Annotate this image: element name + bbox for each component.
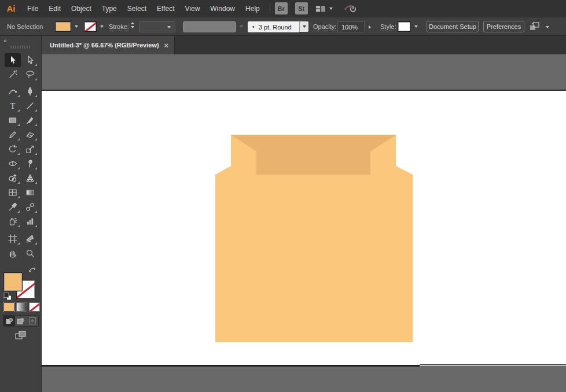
slice-tool[interactable]: [22, 232, 38, 246]
paintbrush-tool[interactable]: [22, 113, 38, 127]
workspace-switcher-icon[interactable]: [315, 4, 326, 13]
draw-behind-button[interactable]: [15, 316, 27, 326]
menu-help[interactable]: Help: [240, 0, 265, 17]
curvature-tool[interactable]: [5, 84, 21, 98]
menu-divider: [270, 4, 270, 13]
swap-fill-stroke-icon[interactable]: [28, 266, 37, 276]
zoom-tool[interactable]: [22, 246, 38, 260]
mesh-tool[interactable]: [5, 186, 21, 199]
document-tab[interactable]: Untitled-3* @ 66.67% (RGB/Preview) ×: [42, 36, 175, 54]
artboard-bottom-edge-right: [420, 364, 566, 365]
stroke-color-swatch[interactable]: [84, 21, 97, 32]
menu-bar: Ai File Edit Object Type Select Effect V…: [0, 0, 566, 17]
menu-object[interactable]: Object: [66, 0, 97, 17]
menu-edit[interactable]: Edit: [43, 0, 66, 17]
artboard-tool[interactable]: [5, 232, 21, 246]
artboard-bottom-edge: [42, 365, 420, 367]
menu-type[interactable]: Type: [97, 0, 122, 17]
brush-preview-dropdown: [183, 21, 236, 32]
stroke-weight-stepper[interactable]: [131, 22, 134, 28]
menu-file[interactable]: File: [22, 0, 43, 17]
default-fill-stroke-icon[interactable]: [3, 292, 12, 303]
brush-definition-chevron-icon[interactable]: [299, 21, 308, 32]
draw-normal-button[interactable]: [3, 316, 15, 326]
puppet-pin-tool[interactable]: [22, 157, 38, 171]
type-tool[interactable]: T: [5, 99, 21, 113]
shape-builder-tool[interactable]: [5, 171, 21, 185]
lasso-tool[interactable]: [22, 68, 38, 82]
hand-tool[interactable]: [5, 246, 21, 260]
scale-tool[interactable]: [22, 142, 38, 156]
selection-status: No Selection: [7, 23, 43, 30]
menu-view[interactable]: View: [180, 0, 205, 17]
pen-tool[interactable]: [22, 84, 38, 98]
column-graph-tool[interactable]: [22, 215, 38, 228]
fill-color-swatch[interactable]: [55, 21, 71, 32]
arrange-documents-icon[interactable]: [528, 21, 541, 34]
symbol-sprayer-tool[interactable]: [5, 215, 21, 228]
stroke-weight-dropdown[interactable]: [139, 21, 175, 32]
control-bar: No Selection Stroke: • 3 pt. Round Opaci…: [0, 18, 566, 36]
tab-close-icon[interactable]: ×: [164, 41, 168, 50]
document-tab-bar: Untitled-3* @ 66.67% (RGB/Preview) ×: [42, 36, 566, 54]
gradient-tool[interactable]: [22, 186, 38, 199]
document-setup-button[interactable]: Document Setup: [427, 21, 479, 32]
menu-select[interactable]: Select: [122, 0, 152, 17]
selection-tool[interactable]: [5, 53, 21, 67]
stroke-label[interactable]: Stroke:: [109, 23, 129, 31]
panel-grip[interactable]: [10, 46, 31, 49]
drawing-mode-switcher: [3, 315, 39, 327]
menu-window[interactable]: Window: [205, 0, 240, 17]
style-swatch[interactable]: [398, 21, 411, 32]
stroke-chevron-icon[interactable]: [97, 21, 106, 32]
panel-collapse-icon[interactable]: «: [3, 37, 7, 44]
fill-chevron-icon[interactable]: [72, 21, 80, 32]
rectangle-tool[interactable]: [5, 113, 21, 127]
bridge-button[interactable]: Br: [275, 2, 288, 14]
arrange-documents-chevron-icon[interactable]: [543, 22, 552, 32]
fill-indicator-swatch[interactable]: [3, 272, 23, 291]
workspace-chevron-icon[interactable]: [329, 8, 333, 10]
direct-selection-tool[interactable]: [22, 53, 38, 67]
artboard-top-edge: [42, 90, 566, 91]
rotate-tool[interactable]: [5, 142, 21, 156]
eyedropper-tool[interactable]: [5, 200, 21, 214]
gradient-mode-button[interactable]: [16, 302, 27, 312]
eraser-tool[interactable]: [22, 128, 38, 142]
line-segment-tool[interactable]: [22, 99, 38, 113]
draw-inside-button[interactable]: [27, 316, 38, 326]
none-mode-button[interactable]: [29, 302, 40, 312]
menu-effect[interactable]: Effect: [152, 0, 179, 17]
style-chevron-icon[interactable]: [411, 21, 420, 32]
blend-tool[interactable]: [22, 200, 38, 214]
color-mode-button[interactable]: [3, 302, 14, 312]
width-tool[interactable]: [5, 157, 21, 171]
brush-definition-dropdown[interactable]: • 3 pt. Round: [248, 21, 299, 32]
document-tab-title: Untitled-3* @ 66.67% (RGB/Preview): [50, 42, 159, 49]
style-label[interactable]: Style:: [380, 23, 396, 31]
opacity-arrow-icon[interactable]: [365, 21, 374, 32]
opacity-field[interactable]: 100%: [337, 21, 365, 32]
tools-panel: « T: [0, 36, 42, 392]
pencil-tool[interactable]: [5, 128, 21, 142]
magic-wand-tool[interactable]: [5, 68, 21, 82]
illustrator-window: Ai File Edit Object Type Select Effect V…: [0, 0, 566, 392]
sync-power-icon[interactable]: [343, 3, 358, 14]
opacity-label[interactable]: Opacity:: [313, 23, 336, 31]
brush-preview-chevron-icon: [237, 21, 245, 32]
screen-mode-button[interactable]: [14, 330, 28, 343]
stock-button[interactable]: St: [295, 2, 308, 14]
perspective-grid-tool[interactable]: [22, 171, 38, 185]
app-logo: Ai: [0, 3, 22, 13]
brush-definition-value: 3 pt. Round: [255, 24, 299, 31]
preferences-button[interactable]: Preferences: [483, 21, 524, 32]
svg-text:T: T: [10, 102, 16, 110]
